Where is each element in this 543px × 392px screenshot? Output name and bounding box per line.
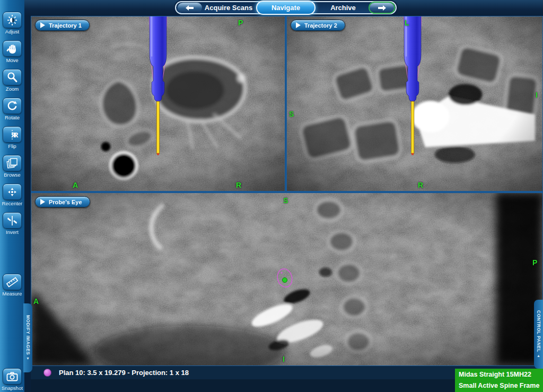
control-panel-tab-label: CONTROL PANEL xyxy=(536,310,541,352)
orientation-label-superior: S xyxy=(289,110,294,118)
viewport-trajectory-2[interactable]: Trajectory 2 L S I R xyxy=(286,16,543,191)
trajectory-1-button[interactable]: Trajectory 1 xyxy=(35,20,90,31)
forward-button[interactable] xyxy=(370,3,394,13)
plan-color-dot xyxy=(43,369,51,377)
ct-probes-eye-image xyxy=(31,193,542,365)
tool-label: Move xyxy=(6,57,18,63)
tool-label: Invert xyxy=(6,229,19,235)
snapshot-button[interactable] xyxy=(3,368,22,385)
measure-button[interactable] xyxy=(3,274,22,290)
rotate-icon xyxy=(6,100,19,112)
recenter-icon xyxy=(6,186,19,198)
viewport-trajectory-1[interactable]: Trajectory 1 P A R xyxy=(31,16,285,191)
right-arrow-icon xyxy=(376,5,387,11)
workflow-tab-bar: Acquire Scans Navigate Archive xyxy=(175,1,397,14)
browse-button[interactable] xyxy=(3,155,22,171)
orientation-label-right: R xyxy=(236,181,241,189)
trajectory-1-label: Trajectory 1 xyxy=(49,22,82,29)
flip-icon: R R xyxy=(5,128,19,141)
tool-label: Adjust xyxy=(5,29,19,34)
svg-text:R: R xyxy=(13,131,19,139)
orientation-label-anterior: A xyxy=(73,181,78,189)
hand-icon xyxy=(6,42,19,55)
instrument-info-box: Midas Straight 15MH22 Small Active Spine… xyxy=(455,369,543,392)
control-panel-tab[interactable]: CONTROL PANEL ▲ xyxy=(534,300,543,369)
modify-images-tab[interactable]: MODIFY IMAGES ▼ xyxy=(23,303,32,372)
probes-eye-button[interactable]: Probe's Eye xyxy=(35,196,90,207)
tool-label: Rotate xyxy=(5,115,20,120)
brightness-icon xyxy=(5,14,19,27)
top-nav-bar: Acquire Scans Navigate Archive xyxy=(0,0,543,16)
invert-button[interactable] xyxy=(3,212,22,229)
viewport-probes-eye[interactable]: Probe's Eye S A P I xyxy=(31,193,543,366)
magnifier-icon xyxy=(6,71,19,84)
trajectory-2-button[interactable]: Trajectory 2 xyxy=(291,20,345,31)
camera-icon xyxy=(5,370,19,383)
orientation-label-inferior: I xyxy=(283,355,285,363)
invert-icon xyxy=(6,214,19,227)
orientation-label-right: R xyxy=(418,181,423,189)
recenter-button[interactable] xyxy=(3,184,22,200)
chevron-down-icon: ▼ xyxy=(26,356,30,361)
probes-eye-label: Probe's Eye xyxy=(49,199,82,205)
pages-icon xyxy=(6,157,19,170)
play-icon xyxy=(296,22,301,28)
tab-navigate[interactable]: Navigate xyxy=(256,1,316,15)
orientation-label-left: L xyxy=(405,19,409,27)
ct-sagittal-image xyxy=(287,16,542,191)
viewport-grid: Trajectory 1 P A R xyxy=(31,16,543,366)
orientation-label-superior: S xyxy=(283,196,288,205)
orientation-label-posterior: P xyxy=(532,258,537,267)
adjust-button[interactable] xyxy=(3,12,22,28)
bottom-bar: Plan 10: 3.5 x 19.279 - Projection: 1 x … xyxy=(31,366,543,392)
ct-axial-image xyxy=(31,16,285,191)
plan-status-text: Plan 10: 3.5 x 19.279 - Projection: 1 x … xyxy=(59,369,189,377)
instrument-name: Midas Straight 15MH22 xyxy=(455,369,543,380)
zoom-button[interactable] xyxy=(3,69,22,85)
trajectory-2-label: Trajectory 2 xyxy=(304,22,337,29)
play-icon xyxy=(40,199,45,205)
orientation-label-posterior: P xyxy=(238,19,243,27)
flip-button[interactable]: R R xyxy=(3,126,22,143)
tool-label: Measure xyxy=(3,291,22,297)
chevron-up-icon: ▲ xyxy=(537,354,540,358)
play-icon xyxy=(40,22,45,28)
orientation-label-inferior: I xyxy=(536,91,538,99)
tool-label: Browse xyxy=(4,172,21,178)
left-arrow-icon xyxy=(185,5,195,11)
back-button[interactable] xyxy=(178,3,202,13)
tool-label: Zoom xyxy=(6,86,19,92)
modify-images-tab-label: MODIFY IMAGES xyxy=(25,315,31,355)
tab-acquire-scans[interactable]: Acquire Scans xyxy=(202,4,255,12)
image-tools-sidebar: Adjust Move Zoom Rotate R xyxy=(0,0,24,392)
tool-label: Recenter xyxy=(2,201,23,206)
rotate-button[interactable] xyxy=(3,98,22,114)
orientation-label-anterior: A xyxy=(33,297,39,306)
move-button[interactable] xyxy=(3,40,22,57)
ruler-icon xyxy=(5,276,19,289)
reference-frame-name: Small Active Spine Frame xyxy=(455,380,543,391)
tool-label: Snapshot xyxy=(2,385,23,391)
tool-label: Flip xyxy=(8,143,16,149)
tab-archive[interactable]: Archive xyxy=(317,4,370,12)
navigation-app-window: Acquire Scans Navigate Archive Adjust xyxy=(0,0,543,392)
